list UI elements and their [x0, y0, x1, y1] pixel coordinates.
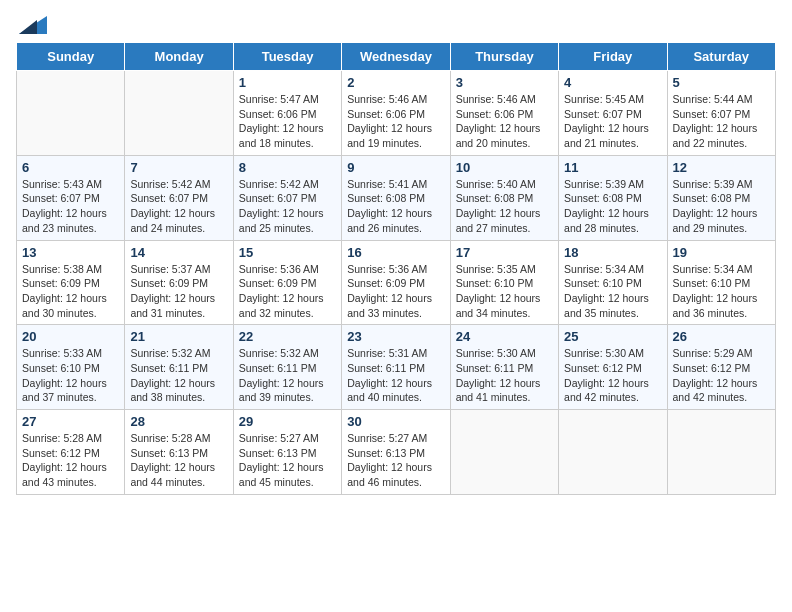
calendar-cell: 14Sunrise: 5:37 AM Sunset: 6:09 PM Dayli…: [125, 240, 233, 325]
calendar-cell: 24Sunrise: 5:30 AM Sunset: 6:11 PM Dayli…: [450, 325, 558, 410]
cell-info: Sunrise: 5:34 AM Sunset: 6:10 PM Dayligh…: [673, 262, 770, 321]
col-header-monday: Monday: [125, 43, 233, 71]
calendar-cell: 1Sunrise: 5:47 AM Sunset: 6:06 PM Daylig…: [233, 71, 341, 156]
day-number: 9: [347, 160, 444, 175]
calendar-cell: 11Sunrise: 5:39 AM Sunset: 6:08 PM Dayli…: [559, 155, 667, 240]
calendar-cell: [17, 71, 125, 156]
cell-info: Sunrise: 5:30 AM Sunset: 6:12 PM Dayligh…: [564, 346, 661, 405]
calendar-cell: 3Sunrise: 5:46 AM Sunset: 6:06 PM Daylig…: [450, 71, 558, 156]
day-number: 29: [239, 414, 336, 429]
day-number: 23: [347, 329, 444, 344]
calendar-cell: 22Sunrise: 5:32 AM Sunset: 6:11 PM Dayli…: [233, 325, 341, 410]
day-number: 11: [564, 160, 661, 175]
calendar-cell: 17Sunrise: 5:35 AM Sunset: 6:10 PM Dayli…: [450, 240, 558, 325]
calendar-cell: 12Sunrise: 5:39 AM Sunset: 6:08 PM Dayli…: [667, 155, 775, 240]
cell-info: Sunrise: 5:46 AM Sunset: 6:06 PM Dayligh…: [347, 92, 444, 151]
day-number: 28: [130, 414, 227, 429]
calendar-cell: 6Sunrise: 5:43 AM Sunset: 6:07 PM Daylig…: [17, 155, 125, 240]
calendar-table: SundayMondayTuesdayWednesdayThursdayFrid…: [16, 42, 776, 495]
cell-info: Sunrise: 5:39 AM Sunset: 6:08 PM Dayligh…: [564, 177, 661, 236]
calendar-cell: 26Sunrise: 5:29 AM Sunset: 6:12 PM Dayli…: [667, 325, 775, 410]
col-header-sunday: Sunday: [17, 43, 125, 71]
calendar-cell: 30Sunrise: 5:27 AM Sunset: 6:13 PM Dayli…: [342, 410, 450, 495]
cell-info: Sunrise: 5:32 AM Sunset: 6:11 PM Dayligh…: [130, 346, 227, 405]
cell-info: Sunrise: 5:34 AM Sunset: 6:10 PM Dayligh…: [564, 262, 661, 321]
cell-info: Sunrise: 5:31 AM Sunset: 6:11 PM Dayligh…: [347, 346, 444, 405]
calendar-cell: 15Sunrise: 5:36 AM Sunset: 6:09 PM Dayli…: [233, 240, 341, 325]
col-header-wednesday: Wednesday: [342, 43, 450, 71]
cell-info: Sunrise: 5:32 AM Sunset: 6:11 PM Dayligh…: [239, 346, 336, 405]
day-number: 27: [22, 414, 119, 429]
cell-info: Sunrise: 5:46 AM Sunset: 6:06 PM Dayligh…: [456, 92, 553, 151]
cell-info: Sunrise: 5:47 AM Sunset: 6:06 PM Dayligh…: [239, 92, 336, 151]
col-header-tuesday: Tuesday: [233, 43, 341, 71]
cell-info: Sunrise: 5:35 AM Sunset: 6:10 PM Dayligh…: [456, 262, 553, 321]
calendar-cell: 21Sunrise: 5:32 AM Sunset: 6:11 PM Dayli…: [125, 325, 233, 410]
col-header-thursday: Thursday: [450, 43, 558, 71]
cell-info: Sunrise: 5:40 AM Sunset: 6:08 PM Dayligh…: [456, 177, 553, 236]
cell-info: Sunrise: 5:42 AM Sunset: 6:07 PM Dayligh…: [239, 177, 336, 236]
day-number: 2: [347, 75, 444, 90]
cell-info: Sunrise: 5:37 AM Sunset: 6:09 PM Dayligh…: [130, 262, 227, 321]
day-number: 25: [564, 329, 661, 344]
cell-info: Sunrise: 5:27 AM Sunset: 6:13 PM Dayligh…: [347, 431, 444, 490]
day-number: 14: [130, 245, 227, 260]
calendar-cell: [450, 410, 558, 495]
calendar-cell: 2Sunrise: 5:46 AM Sunset: 6:06 PM Daylig…: [342, 71, 450, 156]
day-number: 6: [22, 160, 119, 175]
day-number: 22: [239, 329, 336, 344]
calendar-cell: 23Sunrise: 5:31 AM Sunset: 6:11 PM Dayli…: [342, 325, 450, 410]
cell-info: Sunrise: 5:39 AM Sunset: 6:08 PM Dayligh…: [673, 177, 770, 236]
calendar-cell: 29Sunrise: 5:27 AM Sunset: 6:13 PM Dayli…: [233, 410, 341, 495]
cell-info: Sunrise: 5:27 AM Sunset: 6:13 PM Dayligh…: [239, 431, 336, 490]
calendar-cell: 18Sunrise: 5:34 AM Sunset: 6:10 PM Dayli…: [559, 240, 667, 325]
cell-info: Sunrise: 5:33 AM Sunset: 6:10 PM Dayligh…: [22, 346, 119, 405]
day-number: 19: [673, 245, 770, 260]
day-number: 7: [130, 160, 227, 175]
calendar-cell: [559, 410, 667, 495]
col-header-friday: Friday: [559, 43, 667, 71]
calendar-cell: 27Sunrise: 5:28 AM Sunset: 6:12 PM Dayli…: [17, 410, 125, 495]
cell-info: Sunrise: 5:29 AM Sunset: 6:12 PM Dayligh…: [673, 346, 770, 405]
calendar-cell: 19Sunrise: 5:34 AM Sunset: 6:10 PM Dayli…: [667, 240, 775, 325]
cell-info: Sunrise: 5:28 AM Sunset: 6:12 PM Dayligh…: [22, 431, 119, 490]
day-number: 21: [130, 329, 227, 344]
cell-info: Sunrise: 5:28 AM Sunset: 6:13 PM Dayligh…: [130, 431, 227, 490]
day-number: 4: [564, 75, 661, 90]
day-number: 12: [673, 160, 770, 175]
day-number: 17: [456, 245, 553, 260]
cell-info: Sunrise: 5:36 AM Sunset: 6:09 PM Dayligh…: [347, 262, 444, 321]
calendar-cell: 13Sunrise: 5:38 AM Sunset: 6:09 PM Dayli…: [17, 240, 125, 325]
cell-info: Sunrise: 5:44 AM Sunset: 6:07 PM Dayligh…: [673, 92, 770, 151]
day-number: 16: [347, 245, 444, 260]
calendar-cell: 8Sunrise: 5:42 AM Sunset: 6:07 PM Daylig…: [233, 155, 341, 240]
calendar-cell: [125, 71, 233, 156]
calendar-cell: 10Sunrise: 5:40 AM Sunset: 6:08 PM Dayli…: [450, 155, 558, 240]
logo-icon: [19, 16, 47, 34]
day-number: 24: [456, 329, 553, 344]
cell-info: Sunrise: 5:36 AM Sunset: 6:09 PM Dayligh…: [239, 262, 336, 321]
calendar-cell: 7Sunrise: 5:42 AM Sunset: 6:07 PM Daylig…: [125, 155, 233, 240]
logo: [16, 16, 47, 32]
calendar-cell: 28Sunrise: 5:28 AM Sunset: 6:13 PM Dayli…: [125, 410, 233, 495]
cell-info: Sunrise: 5:42 AM Sunset: 6:07 PM Dayligh…: [130, 177, 227, 236]
calendar-cell: 9Sunrise: 5:41 AM Sunset: 6:08 PM Daylig…: [342, 155, 450, 240]
calendar-cell: 16Sunrise: 5:36 AM Sunset: 6:09 PM Dayli…: [342, 240, 450, 325]
cell-info: Sunrise: 5:45 AM Sunset: 6:07 PM Dayligh…: [564, 92, 661, 151]
calendar-cell: 20Sunrise: 5:33 AM Sunset: 6:10 PM Dayli…: [17, 325, 125, 410]
day-number: 13: [22, 245, 119, 260]
cell-info: Sunrise: 5:38 AM Sunset: 6:09 PM Dayligh…: [22, 262, 119, 321]
day-number: 5: [673, 75, 770, 90]
page-header: [16, 16, 776, 32]
day-number: 1: [239, 75, 336, 90]
calendar-cell: 25Sunrise: 5:30 AM Sunset: 6:12 PM Dayli…: [559, 325, 667, 410]
calendar-cell: 5Sunrise: 5:44 AM Sunset: 6:07 PM Daylig…: [667, 71, 775, 156]
day-number: 30: [347, 414, 444, 429]
cell-info: Sunrise: 5:41 AM Sunset: 6:08 PM Dayligh…: [347, 177, 444, 236]
svg-marker-1: [19, 20, 37, 34]
day-number: 18: [564, 245, 661, 260]
day-number: 26: [673, 329, 770, 344]
cell-info: Sunrise: 5:30 AM Sunset: 6:11 PM Dayligh…: [456, 346, 553, 405]
cell-info: Sunrise: 5:43 AM Sunset: 6:07 PM Dayligh…: [22, 177, 119, 236]
day-number: 3: [456, 75, 553, 90]
